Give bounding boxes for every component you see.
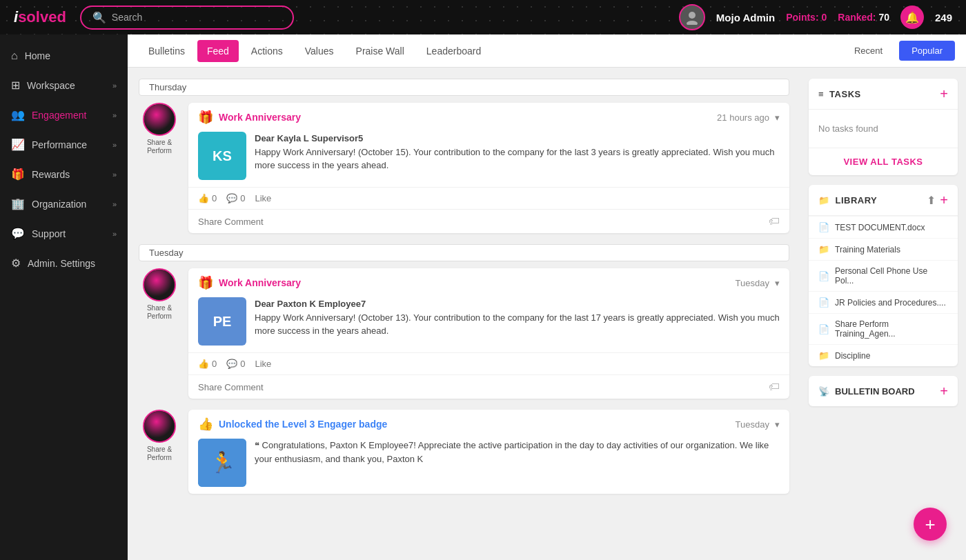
view-all-tasks-button[interactable]: VIEW ALL TASKS bbox=[809, 148, 958, 175]
feed-card-header-2: 🎁 Work Anniversary Tuesday ▾ bbox=[188, 268, 789, 294]
gift-icon: 🎁 bbox=[198, 110, 213, 125]
tab-values[interactable]: Values bbox=[295, 40, 344, 62]
comment-input-2[interactable] bbox=[198, 382, 763, 392]
dropdown-icon[interactable]: ▾ bbox=[775, 112, 780, 123]
comment-button[interactable]: 💬 0 bbox=[226, 193, 245, 203]
tab-praise-wall[interactable]: Praise Wall bbox=[346, 40, 414, 62]
tasks-title-text: TASKS bbox=[829, 89, 861, 99]
chevron-right-icon-rewards: » bbox=[112, 170, 117, 179]
library-item-5[interactable]: 📁 Discipline bbox=[809, 344, 958, 366]
thumbs-up-icon-2: 👍 bbox=[198, 359, 209, 369]
post-avatar-pe: PE bbox=[198, 297, 246, 346]
library-panel-title: 📁 LIBRARY bbox=[818, 195, 877, 206]
comment-icon: 💬 bbox=[226, 193, 237, 203]
search-input[interactable] bbox=[112, 12, 282, 23]
sidebar-label-admin: Admin. Settings bbox=[28, 258, 95, 269]
feed-avatar-label-2: Share &Perform bbox=[147, 304, 172, 321]
logo-suffix: solved bbox=[18, 8, 66, 26]
sidebar-item-support[interactable]: 💬 Support » bbox=[0, 219, 128, 248]
feed-avatar-col: Share &Perform bbox=[139, 103, 180, 155]
comment-input[interactable] bbox=[198, 217, 763, 227]
feed-card-title-2: 🎁 Work Anniversary bbox=[198, 275, 301, 290]
recent-button[interactable]: Recent bbox=[845, 41, 892, 61]
sidebar-item-workspace[interactable]: ⊞ Workspace » bbox=[0, 70, 128, 100]
dropdown-icon-3[interactable]: ▾ bbox=[775, 419, 780, 430]
feed-avatar-inner-3 bbox=[144, 411, 175, 441]
library-title-text: LIBRARY bbox=[836, 195, 878, 206]
content-area: Bulletins Feed Actions Values Praise Wal… bbox=[128, 34, 966, 560]
bulletin-panel-header: 📡 BULLETIN BOARD + bbox=[809, 376, 958, 406]
feed-card: 🎁 Work Anniversary 21 hours ago ▾ KS bbox=[188, 103, 789, 233]
sidebar-label-workspace: Workspace bbox=[27, 80, 75, 91]
notification-bell[interactable]: 🔔 bbox=[900, 6, 924, 29]
svg-point-1 bbox=[687, 21, 698, 25]
svg-text:🏃: 🏃 bbox=[210, 450, 236, 475]
avatar bbox=[679, 4, 705, 30]
tab-bulletins[interactable]: Bulletins bbox=[139, 40, 195, 62]
post-text-2: Dear Paxton K Employee7 Happy Work Anniv… bbox=[255, 297, 780, 346]
library-item-name-1: Training Materials bbox=[835, 245, 900, 254]
popular-button[interactable]: Popular bbox=[899, 41, 955, 61]
like-button[interactable]: 👍 0 bbox=[198, 193, 217, 203]
bulletin-add-button[interactable]: + bbox=[940, 384, 948, 398]
tab-feed[interactable]: Feed bbox=[197, 40, 239, 62]
tag-icon[interactable]: 🏷 bbox=[769, 215, 780, 228]
feed-layout: Thursday Share &Perform 🎁 Work Ann bbox=[128, 68, 966, 560]
feed-card-time-3: Tuesday ▾ bbox=[736, 419, 780, 430]
sidebar-item-admin-settings[interactable]: ⚙ Admin. Settings bbox=[0, 248, 128, 278]
sidebar-item-performance[interactable]: 📈 Performance » bbox=[0, 130, 128, 159]
tabs: Bulletins Feed Actions Values Praise Wal… bbox=[139, 40, 491, 62]
chevron-right-icon-organization: » bbox=[112, 200, 117, 208]
bulletin-icon: 📡 bbox=[818, 386, 829, 397]
library-item-4[interactable]: 📄 Share Perform Training_Agen... bbox=[809, 313, 958, 344]
search-bar[interactable]: 🔍 bbox=[80, 6, 294, 30]
library-item-2[interactable]: 📄 Personal Cell Phone Use Pol... bbox=[809, 260, 958, 291]
library-icon: 📁 bbox=[818, 195, 830, 206]
feed-card-body-3: 🏃 ❝ Congratulations, Paxton K Employee7!… bbox=[188, 436, 789, 494]
feed-avatar-3 bbox=[143, 410, 176, 443]
feed-card-title: 🎁 Work Anniversary bbox=[198, 110, 301, 125]
no-tasks-message: No tasks found bbox=[809, 110, 958, 148]
tab-actions[interactable]: Actions bbox=[241, 40, 293, 62]
file-icon-4: 📄 bbox=[818, 324, 829, 334]
sidebar-item-rewards[interactable]: 🎁 Rewards » bbox=[0, 159, 128, 189]
day-label-thursday: Thursday bbox=[139, 79, 789, 96]
library-item-1[interactable]: 📁 Training Materials bbox=[809, 238, 958, 260]
tag-icon-2[interactable]: 🏷 bbox=[769, 381, 780, 393]
feed-card-time: 21 hours ago ▾ bbox=[717, 112, 780, 123]
feed-post-row-2: Share &Perform 🎁 Work Anniversary Tuesda… bbox=[139, 268, 789, 399]
performance-icon: 📈 bbox=[11, 138, 25, 151]
sidebar-item-home[interactable]: ⌂ Home bbox=[0, 41, 128, 70]
like-text-button[interactable]: Like bbox=[255, 193, 271, 203]
sidebar-item-engagement[interactable]: 👥 Engagement » bbox=[0, 100, 128, 130]
sidebar-item-organization[interactable]: 🏢 Organization » bbox=[0, 189, 128, 219]
library-add-button[interactable]: + bbox=[940, 193, 948, 207]
bulletin-panel-title: 📡 BULLETIN BOARD bbox=[818, 386, 915, 397]
tab-leaderboard[interactable]: Leaderboard bbox=[417, 40, 491, 62]
chevron-right-icon-support: » bbox=[112, 230, 117, 238]
header: isolved 🔍 Mojo Admin Points: 0 Ranked: 7… bbox=[0, 0, 966, 34]
feed-comment-box: 🏷 bbox=[188, 209, 789, 233]
dropdown-icon-2[interactable]: ▾ bbox=[775, 278, 780, 288]
feed-card-2: 🎁 Work Anniversary Tuesday ▾ PE Dea bbox=[188, 268, 789, 399]
comment-button-2[interactable]: 💬 0 bbox=[226, 359, 245, 369]
fab-button[interactable]: + bbox=[914, 508, 947, 541]
feed-avatar-inner-2 bbox=[144, 270, 175, 300]
library-item-0[interactable]: 📄 TEST DOCUMENT.docx bbox=[809, 216, 958, 238]
post-text: Dear Kayla L Supervisor5 Happy Work Anni… bbox=[255, 132, 780, 180]
like-button-2[interactable]: 👍 0 bbox=[198, 359, 217, 369]
badge-image: 🏃 bbox=[198, 439, 246, 487]
right-panels: ≡ TASKS + No tasks found VIEW ALL TASKS … bbox=[800, 68, 966, 560]
tasks-icon: ≡ bbox=[818, 89, 824, 99]
tasks-panel: ≡ TASKS + No tasks found VIEW ALL TASKS bbox=[809, 79, 958, 175]
tasks-add-button[interactable]: + bbox=[940, 87, 948, 101]
library-item-3[interactable]: 📄 JR Policies and Procedures.... bbox=[809, 291, 958, 313]
feed-avatar bbox=[143, 103, 176, 136]
like-text-2: Like bbox=[255, 359, 271, 369]
post-time-3: Tuesday bbox=[736, 419, 769, 430]
post-title-2: Work Anniversary bbox=[219, 277, 301, 288]
like-count: 0 bbox=[212, 193, 217, 203]
library-upload-button[interactable]: ⬆ bbox=[927, 194, 936, 207]
library-item-name-5: Discipline bbox=[835, 351, 870, 361]
like-text-button-2[interactable]: Like bbox=[255, 359, 271, 369]
